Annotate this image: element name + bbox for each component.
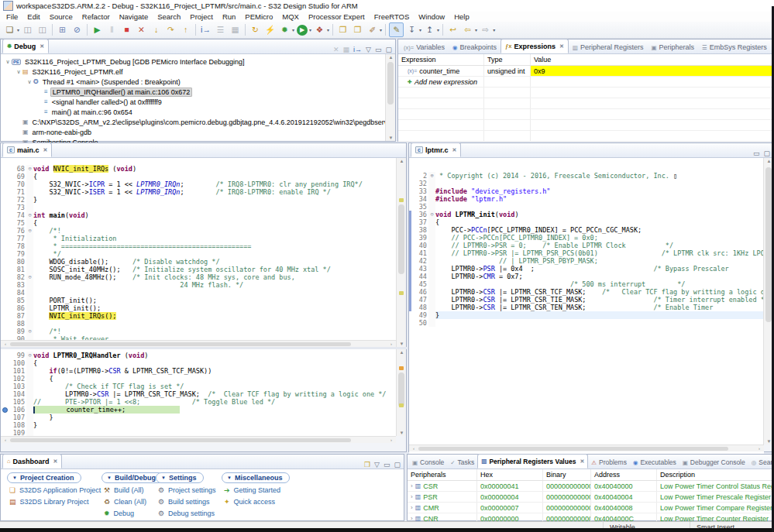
dropdown-arrow-icon[interactable]: ▾: [419, 27, 421, 33]
scroll-down-arrow[interactable]: ▼: [397, 342, 407, 346]
debug-launch-tree[interactable]: ∨PES32K116_Project_LPTMR_Debug [GDB PEMi…: [1, 54, 395, 147]
scroll-down-arrow[interactable]: ▼: [386, 136, 396, 140]
step-return-icon[interactable]: ↑: [179, 23, 192, 36]
registers-table[interactable]: PeripheralsHexBinaryAddressDescription›▥…: [408, 469, 773, 524]
tree-expander-icon[interactable]: ∨: [4, 59, 12, 65]
main-top-hscrollbar[interactable]: ‹ ›: [1, 340, 396, 347]
minimize-icon[interactable]: ▭: [375, 46, 382, 53]
register-row[interactable]: ›▥CSR0x000000410000000000000...0x4004000…: [408, 481, 773, 492]
debug-scrollbar[interactable]: ▲ ▼: [385, 54, 395, 141]
expressions-table[interactable]: ExpressionTypeValue(x)=counter_timeunsig…: [398, 54, 773, 142]
tab-embsys-registers[interactable]: ☰EmbSys Registers: [698, 41, 771, 53]
tab-debug[interactable]: ✹Debug✕: [2, 39, 49, 53]
menu-search[interactable]: Search: [153, 12, 185, 21]
tab-variables[interactable]: (x)=Variables: [400, 41, 449, 53]
step-into-icon[interactable]: ↓: [150, 23, 163, 36]
dropdown-arrow-icon[interactable]: ▾: [475, 27, 477, 33]
close-icon[interactable]: ✕: [452, 147, 456, 153]
scrollbar-thumb[interactable]: [765, 167, 772, 322]
tree-node[interactable]: ∨▤S32K116_Project_LPTMR.elf: [1, 67, 395, 77]
close-icon[interactable]: ✕: [580, 458, 584, 465]
main-bottom-hscrollbar[interactable]: ‹ ›: [1, 436, 396, 443]
main-top-scrollbar[interactable]: ▲ ▼: [396, 158, 406, 347]
dropdown-arrow-icon[interactable]: ▾: [17, 27, 19, 33]
scroll-right-arrow[interactable]: ›: [387, 437, 395, 444]
tab-main.c[interactable]: cmain.c✕: [2, 142, 52, 157]
menu-mqx[interactable]: MQX: [277, 12, 304, 21]
save-icon[interactable]: ◫: [21, 23, 34, 36]
suspend-icon[interactable]: ‖: [105, 23, 119, 36]
scrollbar-thumb[interactable]: [398, 204, 404, 274]
fold-marker-icon[interactable]: ⊖: [26, 165, 33, 173]
column-header-type[interactable]: Type: [484, 54, 531, 65]
dashboard-group-build-debug[interactable]: ▼Build/Debug: [101, 472, 163, 483]
tree-node[interactable]: ∨PES32K116_Project_LPTMR_Debug [GDB PEMi…: [1, 57, 395, 67]
last-edit-location-icon[interactable]: ↩: [446, 23, 459, 36]
instruction-stepping-icon[interactable]: i→: [199, 23, 212, 36]
tab-problems[interactable]: ⚠Problems: [588, 456, 630, 469]
external-tools-icon[interactable]: ❖: [313, 23, 326, 36]
column-header-binary[interactable]: Binary: [543, 469, 591, 480]
sash-debug-expressions[interactable]: [396, 39, 397, 142]
scroll-down-arrow[interactable]: ▼: [397, 431, 407, 435]
scroll-left-arrow[interactable]: ‹: [2, 437, 9, 444]
fold-marker-icon[interactable]: ⊖: [26, 273, 33, 281]
tree-node[interactable]: ≡<signal handler called>() at 0xfffffff9: [1, 97, 395, 107]
dropdown-arrow-icon[interactable]: ▾: [493, 27, 495, 33]
import-icon[interactable]: ↧: [405, 23, 418, 36]
column-header-address[interactable]: Address: [591, 469, 657, 480]
dashboard-link-clean-all-[interactable]: ♻Clean (All): [104, 498, 146, 506]
main-editor-bottom-split[interactable]: 99⊖void LPTMR0_IRQHandler (void)100{101 …: [1, 349, 396, 438]
debug-toolbar-grid-icon[interactable]: ▦: [343, 46, 350, 53]
column-header-expression[interactable]: Expression: [398, 54, 484, 65]
dashboard-link-project-settings[interactable]: ⚙Project settings: [158, 486, 216, 494]
export-icon[interactable]: ↥: [423, 23, 436, 36]
tab-breakpoints[interactable]: ◉Breakpoints: [449, 41, 501, 53]
menu-window[interactable]: Window: [414, 12, 449, 21]
breakpoint-ruler[interactable]: [1, 407, 9, 413]
row-expander-icon[interactable]: ›: [411, 493, 413, 500]
terminate-icon[interactable]: ■: [120, 23, 133, 36]
scrollbar-thumb[interactable]: [398, 372, 404, 407]
minimize-icon[interactable]: ▭: [384, 461, 390, 469]
column-header-hex[interactable]: Hex: [477, 469, 543, 480]
dropdown-arrow-icon[interactable]: ▾: [380, 27, 382, 33]
dashboard-link-quick-access[interactable]: ✦Quick access: [224, 498, 275, 506]
sash-editors[interactable]: [407, 142, 408, 452]
dashboard-link-build-all-[interactable]: ⚒Build (All): [104, 486, 144, 494]
expression-row[interactable]: (x)=counter_timeunsigned int0x9: [398, 66, 773, 77]
dropdown-arrow-icon[interactable]: ▾: [309, 27, 311, 33]
dashboard-link-s32ds-library-project[interactable]: ▤S32DS Library Project: [9, 498, 89, 506]
scrollbar-thumb[interactable]: [387, 62, 394, 105]
tree-node[interactable]: ▣arm-none-eabi-gdb: [1, 127, 395, 137]
dropdown-arrow-icon[interactable]: ▾: [437, 27, 439, 33]
tree-node[interactable]: ▣C:\NXP\S32DS_ARM_v2.2\eclipse\plugins\c…: [1, 117, 395, 127]
dropdown-arrow-icon[interactable]: ▾: [327, 27, 329, 33]
tab-peripheral-registers[interactable]: ▥Peripheral Registers: [569, 41, 648, 53]
reset-icon[interactable]: ↻: [249, 23, 262, 36]
dashboard-link-debug[interactable]: ✹Debug: [104, 510, 134, 517]
tree-expander-icon[interactable]: ∨: [15, 69, 22, 75]
open-project-icon[interactable]: ❐: [336, 23, 349, 36]
row-expander-icon[interactable]: ›: [411, 504, 413, 511]
dashboard-link-build-settings[interactable]: ⚙Build settings: [158, 498, 210, 506]
step-over-icon[interactable]: ↷: [164, 23, 177, 36]
tab-tasks[interactable]: ✓Tasks: [447, 456, 477, 469]
tree-expander-icon[interactable]: ∨: [26, 79, 33, 85]
expression-row[interactable]: ✚Add new expression: [398, 77, 773, 88]
minimize-icon[interactable]: ▭: [753, 149, 760, 157]
dashboard-group-miscellaneous[interactable]: ▼Miscellaneous: [222, 472, 290, 483]
menu-help[interactable]: Help: [449, 12, 474, 21]
tab-expressions[interactable]: ƒxExpressions✕: [501, 39, 569, 53]
fold-marker-icon[interactable]: ⊖: [428, 211, 435, 218]
close-icon[interactable]: ✕: [40, 43, 44, 50]
group-collapse-icon[interactable]: ▼: [12, 475, 17, 480]
dashboard-link-s32ds-application-project[interactable]: ❏S32DS Application Project: [9, 486, 101, 494]
open-dashboard-icon[interactable]: ❐: [364, 461, 370, 469]
instruction-stepping-mode-icon[interactable]: i→: [353, 46, 362, 53]
menu-freertos[interactable]: FreeRTOS: [370, 12, 415, 21]
row-expander-icon[interactable]: ›: [411, 482, 413, 489]
breakpoint-marker-icon[interactable]: [2, 407, 8, 413]
scrollbar-thumb[interactable]: [10, 438, 351, 442]
fold-marker-icon[interactable]: ⊖: [26, 352, 33, 359]
